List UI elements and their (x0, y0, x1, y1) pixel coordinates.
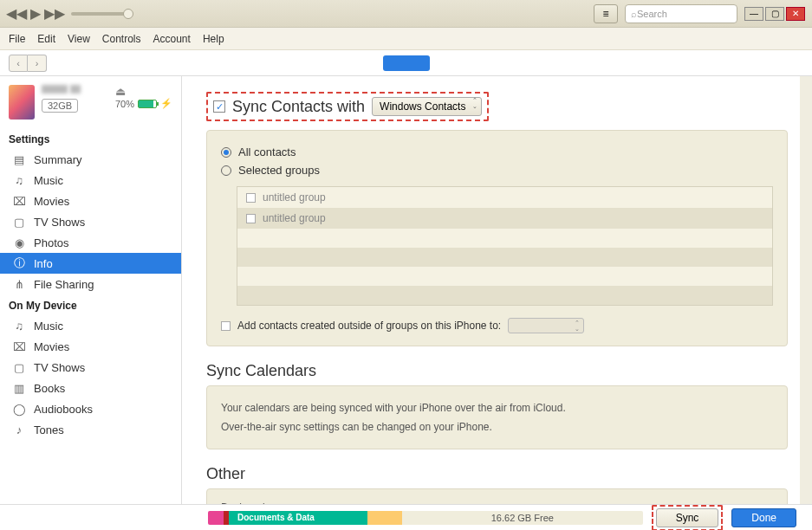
play-button[interactable]: ▶ (26, 4, 45, 23)
device-name (42, 85, 68, 94)
groups-list: untitled group untitled group (237, 186, 773, 306)
sync-button[interactable]: Sync (656, 508, 719, 527)
sidebar-item-od-tvshows[interactable]: ▢TV Shows (0, 357, 181, 378)
sidebar-item-od-audiobooks[interactable]: ◯Audiobooks (0, 398, 181, 419)
settings-heading: Settings (0, 128, 181, 149)
sidebar-item-od-books[interactable]: ▥Books (0, 378, 181, 398)
music-icon: ♫ (12, 319, 26, 333)
movies-icon: ⌧ (12, 339, 26, 353)
sidebar-item-tvshows[interactable]: ▢TV Shows (0, 211, 181, 232)
share-icon: ⋔ (12, 277, 26, 291)
storage-seg-photos (367, 511, 402, 525)
menu-account[interactable]: Account (153, 33, 191, 45)
tv-icon: ▢ (12, 360, 26, 374)
sync-contacts-title: Sync Contacts with (232, 98, 365, 116)
battery-icon (138, 100, 157, 108)
sidebar-item-summary[interactable]: ▤Summary (0, 149, 181, 170)
music-icon: ♫ (12, 173, 26, 187)
calendars-msg1: Your calendars are being synced with you… (221, 398, 773, 417)
menu-bar: File Edit View Controls Account Help (0, 28, 812, 50)
content-pane: ✓ Sync Contacts with Windows Contacts Al… (182, 76, 812, 504)
list-view-button[interactable]: ≡ (594, 4, 618, 23)
ondevice-heading: On My Device (0, 294, 181, 315)
maximize-button[interactable]: ▢ (765, 7, 784, 21)
add-outside-checkbox[interactable] (221, 321, 231, 331)
sidebar-item-movies[interactable]: ⌧Movies (0, 191, 181, 211)
device-capacity: 32GB (42, 99, 78, 113)
audiobook-icon: ◯ (12, 402, 26, 416)
books-icon: ▥ (12, 381, 26, 395)
sidebar-item-od-movies[interactable]: ⌧Movies (0, 336, 181, 357)
menu-controls[interactable]: Controls (102, 33, 141, 45)
bottom-bar: Documents & Data 16.62 GB Free Sync Done (0, 504, 812, 530)
sidebar: 32GB ⏏ 70%⚡ Settings ▤Summary ♫Music ⌧Mo… (0, 76, 182, 504)
scrollbar[interactable] (800, 76, 812, 504)
sync-contacts-checkbox[interactable]: ✓ (213, 100, 225, 113)
done-button[interactable]: Done (731, 508, 796, 527)
all-contacts-label: All contacts (238, 145, 296, 158)
tv-icon: ▢ (12, 215, 26, 229)
group-row[interactable]: untitled group (237, 187, 772, 208)
info-icon: ⓘ (12, 256, 26, 270)
selected-groups-label: Selected groups (238, 164, 320, 177)
device-pill[interactable] (383, 55, 430, 71)
device-thumb-icon (9, 85, 35, 120)
prev-track-button[interactable]: ◀◀ (7, 4, 26, 23)
minimize-button[interactable]: — (744, 7, 763, 21)
group-row[interactable]: untitled group (237, 208, 772, 229)
nav-back-button[interactable]: ‹ (9, 55, 28, 72)
sidebar-item-filesharing[interactable]: ⋔File Sharing (0, 274, 181, 294)
storage-bar: Documents & Data 16.62 GB Free (208, 511, 643, 525)
menu-file[interactable]: File (9, 33, 25, 45)
sidebar-item-od-music[interactable]: ♫Music (0, 315, 181, 336)
all-contacts-radio[interactable] (221, 147, 231, 158)
bookmarks-label: Bookmarks (221, 498, 773, 504)
sidebar-item-info[interactable]: ⓘInfo (0, 253, 181, 274)
photos-icon: ◉ (12, 236, 26, 249)
calendars-msg2: Over-the-air sync settings can be change… (221, 417, 773, 436)
menu-edit[interactable]: Edit (37, 33, 55, 45)
sync-contacts-highlight: ✓ Sync Contacts with Windows Contacts (206, 92, 489, 121)
battery-status: 70%⚡ (115, 98, 172, 109)
close-button[interactable]: ✕ (786, 7, 805, 21)
search-input[interactable]: ⌕ Search (625, 4, 737, 23)
nav-bar: ‹ › (0, 50, 812, 76)
menu-view[interactable]: View (68, 33, 90, 45)
sidebar-item-od-tones[interactable]: ♪Tones (0, 419, 181, 440)
calendars-panel: Your calendars are being synced with you… (206, 385, 788, 449)
next-track-button[interactable]: ▶▶ (45, 4, 64, 23)
sidebar-item-photos[interactable]: ◉Photos (0, 232, 181, 253)
storage-seg-free: 16.62 GB Free (402, 511, 643, 525)
group-checkbox[interactable] (246, 193, 256, 203)
menu-help[interactable]: Help (203, 33, 224, 45)
storage-seg-audio (208, 511, 224, 525)
sidebar-item-music[interactable]: ♫Music (0, 170, 181, 191)
group-checkbox[interactable] (246, 214, 256, 223)
movies-icon: ⌧ (12, 194, 26, 208)
storage-seg-docs: Documents & Data (229, 511, 367, 525)
sync-calendars-title: Sync Calendars (206, 362, 788, 380)
add-outside-dropdown[interactable] (508, 318, 584, 333)
eject-button[interactable]: ⏏ (115, 85, 172, 98)
top-toolbar: ◀◀ ▶ ▶▶ ≡ ⌕ Search — ▢ ✕ (0, 0, 812, 28)
tones-icon: ♪ (12, 423, 26, 436)
sync-button-highlight: Sync (652, 505, 724, 531)
summary-icon: ▤ (12, 152, 26, 166)
volume-slider[interactable] (71, 12, 130, 16)
other-title: Other (206, 465, 788, 483)
other-panel: Bookmarks (206, 488, 788, 504)
device-header: 32GB ⏏ 70%⚡ (0, 81, 181, 128)
contacts-source-dropdown[interactable]: Windows Contacts (372, 97, 482, 116)
add-outside-label: Add contacts created outside of groups o… (237, 320, 501, 332)
contacts-panel: All contacts Selected groups untitled gr… (206, 130, 788, 346)
selected-groups-radio[interactable] (221, 165, 231, 176)
nav-forward-button[interactable]: › (28, 55, 47, 72)
